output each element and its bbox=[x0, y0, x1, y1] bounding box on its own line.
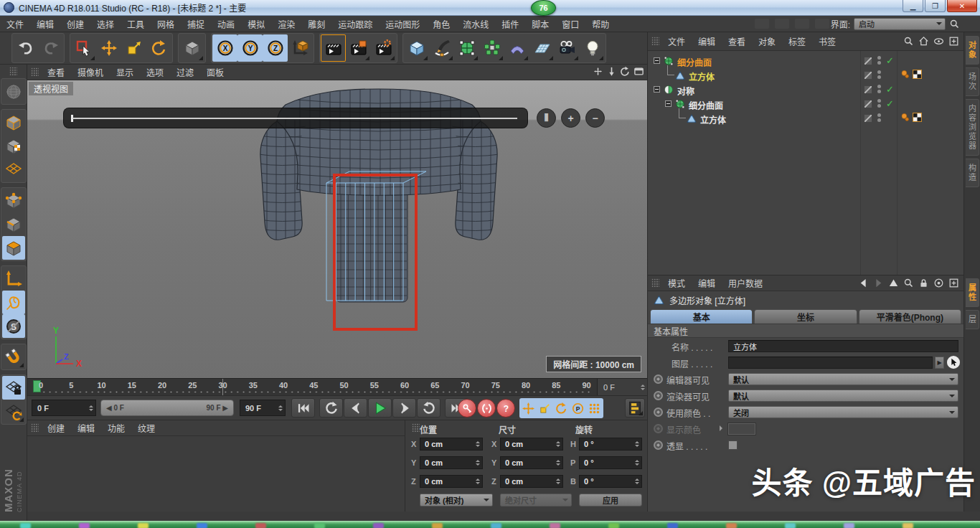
model-mode-button[interactable] bbox=[2, 110, 25, 134]
zoom-view-icon[interactable] bbox=[606, 66, 617, 77]
keyframe-radio[interactable] bbox=[654, 440, 663, 450]
cube-mesh[interactable] bbox=[336, 184, 407, 302]
coord-input-尺寸-Y[interactable]: 0 cm bbox=[500, 456, 563, 469]
material-menu-item[interactable]: 功能 bbox=[101, 422, 131, 434]
eye-icon[interactable] bbox=[933, 36, 944, 47]
attribute-tab-坐标[interactable]: 坐标 bbox=[754, 309, 857, 324]
layer-swatch[interactable] bbox=[864, 85, 872, 94]
polygons-mode-button[interactable] bbox=[2, 236, 25, 260]
main-menu-item[interactable]: 雕刻 bbox=[301, 18, 331, 30]
coord-input-尺寸-X[interactable]: 0 cm bbox=[500, 438, 563, 451]
coord-input-旋转-P[interactable]: 0 ° bbox=[579, 456, 642, 469]
coord-mode-dropdown[interactable]: 对象 (相对) bbox=[420, 494, 493, 506]
section-header[interactable]: 基本属性 bbox=[648, 324, 963, 338]
lock-icon[interactable] bbox=[918, 278, 929, 288]
material-menu-item[interactable]: 纹理 bbox=[131, 422, 161, 434]
end-frame-spinner[interactable]: 90 F bbox=[240, 400, 286, 416]
interface-dropdown[interactable]: 启动 bbox=[854, 18, 946, 30]
subdivision-surface-button[interactable] bbox=[454, 34, 479, 62]
move-button[interactable] bbox=[96, 34, 121, 62]
goto-start-button[interactable] bbox=[291, 398, 315, 418]
object-manager-menu-item[interactable]: 书签 bbox=[812, 35, 842, 47]
main-menu-item[interactable]: 文件 bbox=[0, 18, 30, 30]
taskbar-app-icon[interactable] bbox=[432, 523, 443, 528]
last-tool-cube-button[interactable] bbox=[179, 34, 204, 62]
object-row[interactable]: 立方体 bbox=[648, 111, 963, 126]
main-menu-item[interactable]: 工具 bbox=[121, 18, 151, 30]
preview-range-slider[interactable]: ◀ 0 F 90 F ▶ bbox=[100, 400, 234, 416]
hud-slider[interactable] bbox=[63, 108, 528, 128]
texture-tag-icon[interactable] bbox=[913, 70, 922, 79]
search-icon[interactable] bbox=[949, 19, 960, 29]
main-menu-item[interactable]: 窗口 bbox=[555, 18, 585, 30]
taskbar-app-icon[interactable] bbox=[314, 523, 325, 528]
taskbar-app-icon[interactable] bbox=[844, 523, 854, 528]
texture-tag-icon[interactable] bbox=[913, 113, 922, 122]
main-menu-item[interactable]: 插件 bbox=[495, 18, 525, 30]
main-menu-item[interactable]: 运动图形 bbox=[379, 18, 426, 30]
hud-grip-icon[interactable]: ⦀ bbox=[537, 108, 556, 128]
loop-back-button[interactable] bbox=[319, 398, 343, 418]
render-picture-viewer-button[interactable] bbox=[346, 34, 371, 62]
object-row[interactable]: 对称✓ bbox=[648, 82, 963, 97]
key-position-button[interactable] bbox=[520, 399, 537, 418]
play-button[interactable] bbox=[368, 398, 392, 418]
coord-input-旋转-B[interactable]: 0 ° bbox=[579, 475, 642, 488]
viewport-menu-item[interactable]: 摄像机 bbox=[71, 66, 110, 78]
layer-browse-button[interactable]: ▶ bbox=[935, 357, 944, 369]
record-question-button[interactable]: ? bbox=[496, 399, 515, 418]
windows-taskbar[interactable] bbox=[0, 521, 980, 528]
main-menu-item[interactable]: 角色 bbox=[426, 18, 456, 30]
light-button[interactable] bbox=[580, 34, 605, 62]
layer-input[interactable] bbox=[728, 357, 933, 369]
key-parameter-button[interactable]: P bbox=[570, 399, 586, 418]
drag-handle[interactable] bbox=[651, 278, 659, 288]
object-name[interactable]: 立方体 bbox=[689, 70, 715, 82]
taskbar-app-icon[interactable] bbox=[20, 523, 31, 528]
side-tab-对象[interactable]: 对象 bbox=[966, 36, 979, 65]
coord-system-button[interactable] bbox=[288, 34, 313, 62]
layer-swatch[interactable] bbox=[864, 57, 872, 65]
layer-swatch[interactable] bbox=[864, 71, 872, 80]
apply-button[interactable]: 应用 bbox=[579, 494, 642, 506]
timeline-track[interactable]: 051015202530354045505560657075808590 bbox=[27, 379, 597, 395]
main-menu-item[interactable]: 动画 bbox=[211, 18, 241, 30]
undo-button[interactable] bbox=[13, 34, 38, 62]
workplane-lock-button[interactable] bbox=[2, 376, 25, 400]
object-row[interactable]: 细分曲面✓ bbox=[648, 97, 963, 111]
attribute-tab-基本[interactable]: 基本 bbox=[650, 309, 753, 324]
main-menu-item[interactable]: 流水线 bbox=[456, 18, 495, 30]
visibility-dots[interactable] bbox=[877, 70, 881, 79]
drag-handle[interactable] bbox=[412, 423, 420, 433]
new-panel-icon[interactable] bbox=[948, 36, 959, 47]
environment-floor-button[interactable] bbox=[529, 34, 555, 62]
record-key-button[interactable] bbox=[458, 399, 476, 418]
axis-x-button[interactable]: X bbox=[212, 34, 237, 62]
main-menu-item[interactable]: 捕捉 bbox=[181, 18, 211, 30]
workplane-mode-button[interactable] bbox=[2, 158, 25, 182]
expand-toggle-icon[interactable] bbox=[665, 100, 672, 107]
viewport-canvas[interactable]: 透视视图 ⦀ + − Y Z X 网格间距 : 10000 cm bbox=[27, 80, 647, 378]
coord-input-位置-Z[interactable]: 0 cm bbox=[420, 475, 483, 488]
viewport-menu-item[interactable]: 显示 bbox=[110, 66, 140, 78]
current-frame-field[interactable]: 0 F bbox=[597, 379, 647, 395]
object-manager-menu-item[interactable]: 标签 bbox=[782, 35, 812, 47]
viewport-menu-item[interactable]: 选项 bbox=[140, 66, 170, 78]
hud-plus-icon[interactable]: + bbox=[561, 108, 580, 128]
main-menu-item[interactable]: 帮助 bbox=[585, 18, 616, 30]
expand-arrow-icon[interactable] bbox=[720, 425, 725, 431]
expand-toggle-icon[interactable] bbox=[654, 86, 660, 93]
sds-object-icon[interactable] bbox=[664, 56, 674, 66]
layer-swatch[interactable] bbox=[864, 100, 872, 108]
symmetry-object-icon[interactable] bbox=[664, 85, 674, 95]
render-settings-button[interactable] bbox=[371, 34, 396, 62]
drag-handle[interactable] bbox=[9, 67, 17, 76]
toggle-view-icon[interactable] bbox=[633, 66, 644, 77]
taskbar-app-icon[interactable] bbox=[608, 523, 619, 528]
solo-mode-button[interactable]: S bbox=[2, 314, 25, 338]
main-menu-item[interactable]: 选择 bbox=[90, 18, 121, 30]
object-name[interactable]: 立方体 bbox=[700, 113, 726, 126]
coord-input-旋转-H[interactable]: 0 ° bbox=[579, 438, 642, 451]
coord-input-位置-X[interactable]: 0 cm bbox=[420, 438, 483, 451]
keyframe-film-button[interactable] bbox=[625, 398, 645, 418]
